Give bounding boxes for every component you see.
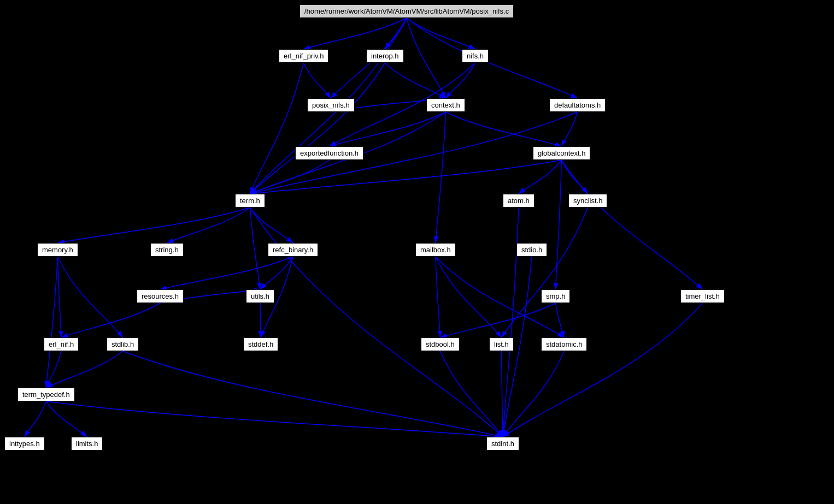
node-utils_h: utils.h: [246, 289, 274, 303]
node-stdint_h: stdint.h: [486, 437, 519, 450]
node-nifs_h: nifs.h: [462, 49, 489, 63]
node-synclist_h: synclist.h: [568, 194, 607, 207]
node-resources_h: resources.h: [137, 289, 184, 303]
node-string_h: string.h: [150, 243, 184, 257]
node-stdlib_h: stdlib.h: [107, 337, 139, 351]
node-refc_binary_h: refc_binary.h: [268, 243, 318, 257]
node-term_h: term.h: [235, 194, 265, 207]
node-smp_h: smp.h: [541, 289, 570, 303]
node-atom_h: atom.h: [503, 194, 535, 207]
node-memory_h: memory.h: [37, 243, 78, 257]
node-defaultatoms_h: defaultatoms.h: [549, 98, 606, 112]
dependency-graph: /home/runner/work/AtomVM/AtomVM/src/libA…: [0, 0, 834, 504]
node-interop_h: interop.h: [366, 49, 404, 63]
node-erl_nif_priv_h: erl_nif_priv.h: [279, 49, 328, 63]
node-list_h: list.h: [489, 337, 514, 351]
node-stdbool_h: stdbool.h: [421, 337, 460, 351]
node-erl_nif_h: erl_nif.h: [44, 337, 79, 351]
node-context_h: context.h: [426, 98, 465, 112]
node-term_typedef_h: term_typedef.h: [17, 388, 75, 401]
node-stdatomic_h: stdatomic.h: [541, 337, 587, 351]
node-mailbox_h: mailbox.h: [415, 243, 456, 257]
node-posix_nifs_h: posix_nifs.h: [307, 98, 355, 112]
node-stddef_h: stddef.h: [243, 337, 278, 351]
node-root: /home/runner/work/AtomVM/AtomVM/src/libA…: [299, 4, 514, 18]
node-exportedfunction_h: exportedfunction.h: [295, 146, 363, 160]
node-limits_h: limits.h: [71, 437, 103, 450]
node-stdio_h: stdio.h: [516, 243, 547, 257]
node-globalcontext_h: globalcontext.h: [533, 146, 590, 160]
node-inttypes_h: inttypes.h: [4, 437, 45, 450]
node-timer_list_h: timer_list.h: [680, 289, 725, 303]
